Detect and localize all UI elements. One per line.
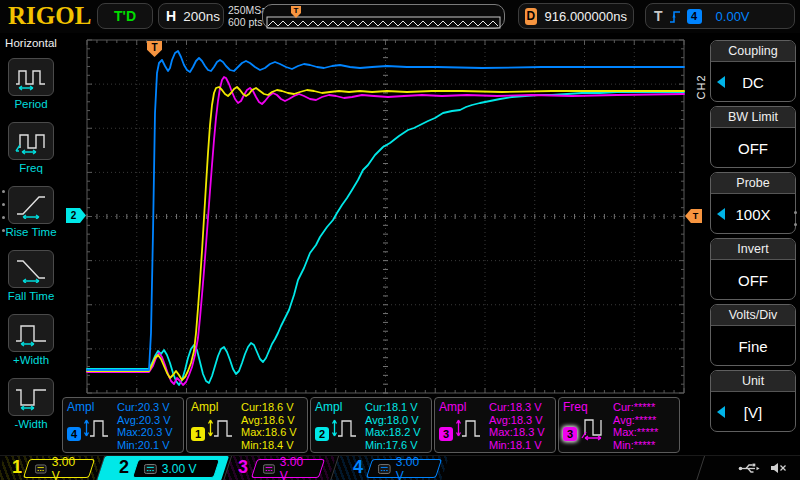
menu-item-label: Invert — [711, 239, 795, 260]
trigger-source-badge: 4 — [687, 9, 702, 24]
channel-status-bar: 1 3.00 V 2 3.00 V — [0, 455, 800, 480]
channel-scale: 3.00 V — [280, 455, 313, 480]
rise-time-icon — [14, 191, 48, 219]
memory-position-bar[interactable]: T — [262, 4, 505, 29]
measurement-values: Cur:20.3 V Avg:20.3 V Max:20.3 V Min:20.… — [117, 400, 179, 450]
menu-item-coupling[interactable]: Coupling DC — [710, 40, 796, 102]
channel-scale-box: 3.00 V — [251, 459, 325, 478]
dc-coupling-icon — [35, 464, 47, 474]
menu-item-period[interactable]: Period — [0, 58, 62, 122]
freq-icon — [14, 127, 48, 155]
h-label: H — [166, 8, 176, 24]
dc-coupling-icon — [263, 464, 275, 474]
menu-item-volts-div[interactable]: Volts/Div Fine — [710, 304, 796, 366]
measurement-values: Cur:***** Avg:***** Max:***** Min:***** — [613, 400, 675, 450]
timebase-value: 200ns — [183, 9, 220, 24]
menu-item-label: Probe — [711, 173, 795, 194]
measurement-cell-ampl-ch4[interactable]: Ampl 4 Cur:20.3 V Avg:20.3 V Max:20.3 V … — [62, 397, 184, 453]
graticule — [62, 33, 690, 397]
menu-item-bw-limit[interactable]: BW Limit OFF — [710, 106, 796, 168]
menu-item-unit[interactable]: Unit [V] — [710, 370, 796, 432]
fall-time-icon — [14, 255, 48, 283]
channel-scale-box: 3.00 V — [366, 459, 442, 478]
left-menu-page-dots — [2, 190, 5, 232]
channel-scale-box: 3.00 V — [23, 459, 95, 478]
menu-item-pos-width[interactable]: +Width — [0, 314, 62, 378]
left-arrow-icon — [717, 406, 725, 418]
channel-number: 2 — [119, 457, 129, 478]
channel-indicator-1[interactable]: 1 3.00 V — [0, 456, 98, 480]
channel-indicator-3[interactable]: 3 3.00 V — [228, 456, 332, 480]
menu-item-fall-time[interactable]: Fall Time — [0, 250, 62, 314]
menu-item-label: Fall Time — [8, 290, 55, 302]
measurement-type: Ampl — [67, 400, 117, 414]
frequency-glyph-icon — [579, 415, 611, 441]
menu-item-label: Unit — [711, 371, 795, 392]
channel-indicator-4[interactable]: 4 3.00 V — [335, 456, 445, 480]
menu-item-label: Period — [14, 98, 47, 110]
measurement-type: Ampl — [439, 400, 489, 414]
left-arrow-icon — [717, 208, 725, 220]
menu-item-label: -Width — [14, 418, 47, 430]
waveform-display[interactable] — [62, 33, 690, 397]
t-label: T — [654, 8, 663, 24]
left-arrow-icon — [717, 76, 725, 88]
measurement-cell-ampl-ch2[interactable]: Ampl 2 Cur:18.1 V Avg:18.0 V Max:18.2 V … — [310, 397, 432, 453]
delay-value: 916.000000ns — [545, 9, 627, 24]
channel-badge: 1 — [191, 427, 205, 441]
menu-item-label: BW Limit — [711, 107, 795, 128]
channel-scale-box: 3.00 V — [132, 459, 220, 478]
amplitude-glyph-icon — [207, 415, 239, 441]
period-icon — [14, 63, 48, 91]
channel-menu: CH2 Coupling DC BW Limit OFF Probe 100X … — [690, 33, 800, 455]
rigol-logo: RIGOL — [8, 2, 91, 30]
channel-menu-tab: CH2 — [692, 61, 708, 113]
horizontal-measure-menu: Horizontal Period Freq — [0, 33, 62, 455]
pos-width-icon — [14, 319, 48, 347]
channel-badge: 2 — [315, 427, 329, 441]
menu-item-neg-width[interactable]: -Width — [0, 378, 62, 442]
measurement-cell-freq-ch3[interactable]: Freq 3 Cur:***** Avg:***** Max:***** Min… — [558, 397, 680, 453]
amplitude-glyph-icon — [83, 415, 115, 441]
left-menu-title: Horizontal — [0, 33, 62, 57]
menu-item-value: Fine — [738, 338, 767, 355]
menu-item-freq[interactable]: Freq — [0, 122, 62, 186]
measurement-type: Ampl — [191, 400, 241, 414]
top-status-bar: RIGOL T'D H 200ns 250MSa/s 600 pts T D 9… — [0, 0, 800, 33]
menu-item-label: Rise Time — [5, 226, 56, 238]
measurement-values: Cur:18.6 V Avg:18.6 V Max:18.6 V Min:18.… — [241, 400, 303, 450]
menu-item-invert[interactable]: Invert OFF — [710, 238, 796, 300]
amplitude-glyph-icon — [331, 415, 363, 441]
right-menu-page-dots — [794, 211, 797, 226]
measurement-type: Freq — [563, 400, 613, 414]
amplitude-glyph-icon — [455, 415, 487, 441]
menu-item-value: DC — [742, 74, 764, 91]
horizontal-timebase-button[interactable]: H 200ns — [158, 3, 224, 29]
menu-item-value: OFF — [738, 272, 768, 289]
channel-badge: 3 — [563, 427, 577, 441]
channel-scale: 3.00 V — [52, 455, 83, 480]
measurement-values: Cur:18.1 V Avg:18.0 V Max:18.2 V Min:17.… — [365, 400, 427, 450]
measurement-cell-ampl-ch3[interactable]: Ampl 3 Cur:18.3 V Avg:18.3 V Max:18.3 V … — [434, 397, 556, 453]
trigger-level-value: 0.00V — [716, 9, 750, 24]
delay-readout-button[interactable]: D 916.000000ns — [518, 3, 634, 29]
measurement-cell-ampl-ch1[interactable]: Ampl 1 Cur:18.6 V Avg:18.6 V Max:18.6 V … — [186, 397, 308, 453]
measurement-bar: Ampl 4 Cur:20.3 V Avg:20.3 V Max:20.3 V … — [62, 397, 690, 455]
trace-ch3 — [87, 77, 684, 385]
channel-scale: 3.00 V — [396, 455, 430, 480]
menu-item-value: 100X — [735, 206, 770, 223]
menu-item-probe[interactable]: Probe 100X — [710, 172, 796, 234]
menu-item-label: Coupling — [711, 41, 795, 62]
menu-item-rise-time[interactable]: Rise Time — [0, 186, 62, 250]
trigger-readout-button[interactable]: T 4 0.00V — [645, 3, 795, 29]
measurement-values: Cur:18.3 V Avg:18.3 V Max:18.3 V Min:18.… — [489, 400, 551, 450]
menu-item-label: +Width — [13, 354, 49, 366]
dc-coupling-icon — [144, 464, 157, 474]
channel-badge: 3 — [439, 427, 453, 441]
speaker-muted-icon — [770, 461, 787, 475]
neg-width-icon — [14, 383, 48, 411]
channel-scale: 3.00 V — [162, 462, 197, 476]
trigger-status-text: T'D — [114, 8, 136, 24]
menu-item-value: [V] — [744, 404, 762, 421]
channel-indicator-2[interactable]: 2 3.00 V — [101, 456, 225, 480]
